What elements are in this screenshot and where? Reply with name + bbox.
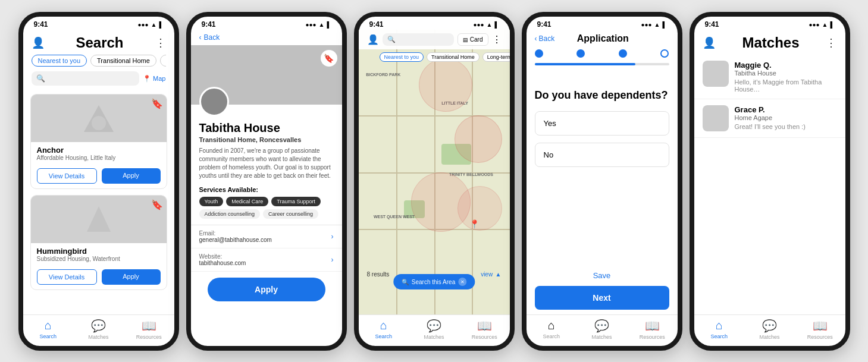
status-bar-5: 9:41 ●●● ▲ ▌ [694,17,845,30]
bottom-nav-5: ⌂ Search 💬 Matches 📖 Resources [694,314,845,346]
app-actions: Save [527,265,678,286]
nav-search-3[interactable]: ⌂ Search [359,319,409,340]
view-label: view [481,271,493,278]
search-area-btn[interactable]: 🔍 Search this Area ✕ [393,274,475,289]
map-circle-1 [419,58,472,112]
answer-yes[interactable]: Yes [535,111,669,136]
battery-icon-5: ▌ [830,21,834,28]
matches-nav-icon-1: 💬 [91,319,106,333]
email-label: Email: [199,230,272,237]
map-filter-nearest[interactable]: Nearest to you [380,52,424,62]
status-time-2: 9:41 [202,20,216,29]
bookmark-hummingbird[interactable]: 🔖 [151,199,163,210]
phone-2-detail: 9:41 ●●● ▲ ▌ ‹ Back 🔖 Tabitha House Tran… [186,12,347,351]
anchor-info: Anchor Affordable Housing, Little Italy [31,142,167,165]
map-filter-longterm[interactable]: Long-term Ho… [482,52,510,62]
anchor-subtitle: Affordable Housing, Little Italy [37,155,161,161]
anchor-view-details-btn[interactable]: View Details [37,168,97,184]
nav-resources-5[interactable]: 📖 Resources [795,319,845,340]
menu-icon-5[interactable]: ⋮ [826,36,836,49]
resources-nav-label-5: Resources [807,334,833,340]
person-icon-1: 👤 [32,36,45,49]
nav-matches-5[interactable]: 💬 Matches [744,319,795,340]
card-toggle-icon: ▤ [463,37,468,43]
status-bar-2: 9:41 ●●● ▲ ▌ [191,17,342,30]
status-icons-1: ●●● ▲ ▌ [137,21,163,28]
maggie-info: Maggie Q. Tabitha House Hello, it's Magg… [735,61,837,93]
search-nav-icon-1: ⌂ [45,319,52,332]
map-circle-4 [457,186,502,231]
grace-info: Grace P. Home Agape Great! I'll see you … [735,105,837,131]
filter-chip-longterm[interactable]: Long-term Ho… [160,55,166,67]
matches-title: Matches [742,34,799,51]
search-input-wrap-1[interactable]: 🔍 [32,71,140,86]
nav-search-4[interactable]: ⌂ Search [527,319,577,340]
svg-point-1 [92,116,106,130]
detail-bookmark-btn[interactable]: 🔖 [321,50,337,67]
signal-icon-5: ●●● [809,21,819,28]
service-trauma: Trauma Support [271,197,321,206]
map-btn-1[interactable]: 📍 Map [143,75,165,83]
map-search-bar[interactable]: 🔍 [383,33,454,46]
detail-contact: Email: general@tabithahouse.com › Websit… [191,225,342,272]
contact-website-row[interactable]: Website: tabithahouse.com › [191,248,342,272]
status-icons-2: ●●● ▲ ▌ [305,21,331,28]
matches-nav-icon-5: 💬 [762,319,777,333]
menu-icon-1[interactable]: ⋮ [155,36,166,49]
search-nav-label-3: Search [375,333,393,339]
status-bar-4: 9:41 ●●● ▲ ▌ [527,17,678,30]
match-card-maggie[interactable]: Maggie Q. Tabitha House Hello, it's Magg… [694,55,845,99]
nav-resources-4[interactable]: 📖 Resources [627,319,678,340]
service-career: Career counselling [263,209,318,219]
nav-search-1[interactable]: ⌂ Search [23,319,74,340]
search-nav-icon-4: ⌂ [548,319,555,332]
detail-avatar [199,87,229,117]
nav-resources-1[interactable]: 📖 Resources [124,319,174,340]
detail-type: Transitional Home, Roncesvalles [199,136,334,143]
filter-chip-nearest[interactable]: Nearest to you [32,55,87,67]
hummingbird-view-details-btn[interactable]: View Details [37,269,97,285]
map-filter-transitional[interactable]: Transitional Home [427,52,480,62]
next-btn[interactable]: Next [535,286,669,310]
progress-fill [535,63,636,65]
progress-dot-4 [660,49,669,58]
menu-icon-3[interactable]: ⋮ [492,34,502,45]
status-icons-4: ●●● ▲ ▌ [641,21,666,28]
anchor-apply-btn[interactable]: Apply [102,168,161,184]
save-link[interactable]: Save [593,271,611,280]
bookmark-anchor[interactable]: 🔖 [151,98,163,109]
nav-resources-3[interactable]: 📖 Resources [459,319,510,340]
status-time-3: 9:41 [369,20,384,29]
detail-back-btn[interactable]: ‹ Back [191,30,342,45]
nav-matches-1[interactable]: 💬 Matches [73,319,124,340]
progress-dot-1 [535,49,543,58]
match-card-grace[interactable]: Grace P. Home Agape Great! I'll see you … [694,99,845,138]
search-nav-label-1: Search [40,333,57,339]
service-medical: Medical Care [226,197,268,206]
hummingbird-apply-btn[interactable]: Apply [102,269,161,285]
nav-search-5[interactable]: ⌂ Search [694,319,745,340]
signal-icon-4: ●●● [641,21,651,28]
services-label: Services Available: [199,186,334,193]
contact-email-row[interactable]: Email: general@tabithahouse.com › [191,225,342,248]
email-value: general@tabithahouse.com [199,237,272,243]
card-toggle-btn[interactable]: ▤ Card [457,33,488,46]
matches-list: Maggie Q. Tabitha House Hello, it's Magg… [694,55,845,314]
nav-matches-3[interactable]: 💬 Matches [409,319,459,340]
map-view-toggle[interactable]: view ▲ [481,268,501,279]
map-overlay-header: 👤 🔍 ▤ Card ⋮ [359,30,510,49]
status-time-1: 9:41 [34,20,48,29]
app-back-btn[interactable]: ‹ Back [535,34,555,43]
grace-org: Home Agape [735,114,837,121]
service-youth: Youth [199,197,224,206]
search-header-1: 👤 Search ⋮ Nearest to you Transitional H… [23,30,174,94]
matches-nav-icon-4: 💬 [594,319,609,333]
nav-matches-4[interactable]: 💬 Matches [576,319,627,340]
anchor-name: Anchor [37,146,161,155]
close-icon-map[interactable]: ✕ [458,278,466,286]
filter-chip-transitional[interactable]: Transitional Home [90,55,156,67]
detail-apply-btn[interactable]: Apply [208,278,325,301]
progress-dot-2 [576,49,585,58]
search-icon-map-btn: 🔍 [402,279,409,285]
answer-no[interactable]: No [535,143,669,167]
